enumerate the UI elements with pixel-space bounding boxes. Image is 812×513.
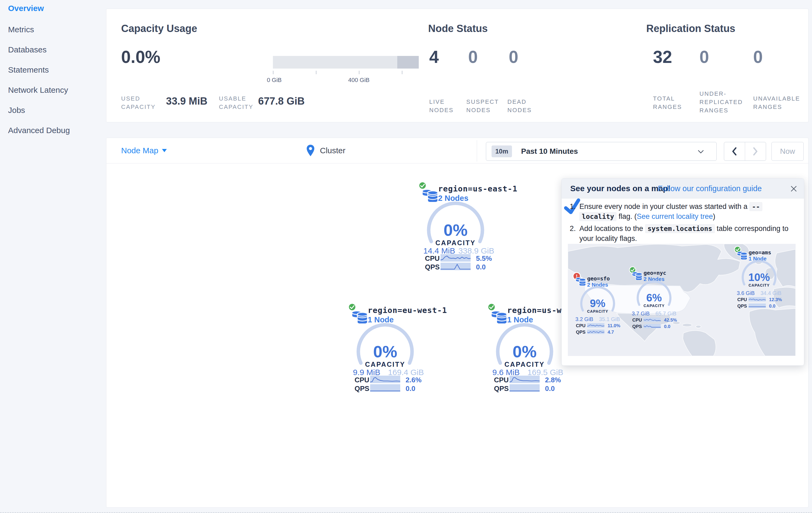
caret-down-icon — [162, 149, 167, 152]
time-step-forward-button[interactable] — [745, 142, 766, 161]
now-button[interactable]: Now — [772, 142, 804, 161]
qps-value: 0.0 — [406, 384, 415, 393]
configuration-guide-link[interactable]: Follow our configuration guide — [658, 184, 762, 193]
capacity-gauge-label: CAPACITY — [495, 360, 554, 368]
region-name: region=us-east-1 — [438, 184, 517, 193]
time-range-dropdown[interactable]: 10m Past 10 Minutes — [486, 142, 717, 161]
region-total-capacity: 34.4 GiB — [760, 290, 781, 296]
breadcrumb-cluster-label: Cluster — [320, 146, 345, 155]
popover-title: See your nodes on a map! — [570, 184, 670, 193]
step-number: 1. — [570, 201, 579, 221]
sidebar-item-jobs[interactable]: Jobs — [8, 106, 25, 115]
qps-label: QPS — [737, 303, 747, 309]
db-console-overview-page: Overview Metrics Databases Statements Ne… — [0, 0, 812, 513]
capacity-gauge-percent: 6% — [636, 292, 672, 304]
capacity-gauge-percent: 9% — [580, 297, 616, 309]
replication-status-title: Replication Status — [646, 23, 735, 34]
region-name: region=eu-west-1 — [368, 306, 447, 315]
breadcrumb[interactable]: Cluster — [306, 144, 345, 157]
close-icon[interactable] — [790, 185, 798, 192]
live-nodes-label: LIVE NODES — [429, 98, 461, 114]
database-stack-icon — [737, 250, 748, 260]
sidebar-item-network-latency[interactable]: Network Latency — [8, 85, 68, 94]
capacity-bar-nonusable-segment — [397, 56, 419, 69]
region-group-us-east-1: region=us-east-1 2 Nodes 0% CAPACITY 14.… — [418, 181, 498, 272]
capacity-gauge-percent: 0% — [426, 220, 485, 240]
setup-step-2: 2. Add locations to the system.locations… — [570, 224, 794, 244]
sidebar-item-statements[interactable]: Statements — [8, 65, 49, 75]
step-text: Ensure every node in your cluster was st… — [579, 202, 749, 211]
region-used-capacity: 3.2 GiB — [575, 316, 593, 322]
total-ranges-label: TOTAL RANGES — [653, 94, 685, 111]
qps-value: 0.0 — [769, 303, 776, 309]
capacity-gauge-label: CAPACITY — [356, 360, 415, 368]
toolbar-divider — [477, 140, 477, 162]
locality-flag-code: locality — [579, 212, 616, 221]
qps-sparkline — [510, 384, 540, 392]
region-group-eu-west-1: region=eu-west-1 1 Node 0% CAPACITY 9.9 … — [348, 302, 428, 394]
used-capacity-value: 33.9 MiB — [166, 96, 207, 107]
cpu-value: 42.5% — [664, 318, 677, 323]
capacity-gauge-label: CAPACITY — [426, 239, 485, 247]
qps-value: 0.0 — [545, 384, 555, 393]
live-nodes-count: 4 — [429, 47, 439, 67]
locality-flag-code: -- — [749, 202, 762, 211]
view-selector-dropdown[interactable]: Node Map — [121, 146, 167, 155]
system-locations-code: system.locations — [645, 224, 715, 233]
time-step-buttons — [724, 142, 766, 161]
view-selector-label: Node Map — [121, 146, 158, 155]
unavailable-ranges-label: UNAVAILABLE RANGES — [753, 94, 799, 111]
capacity-gauge-label: CAPACITY — [741, 283, 777, 288]
cpu-value: 5.5% — [476, 254, 492, 263]
database-stack-icon — [422, 187, 438, 202]
sidebar-item-advanced-debug[interactable]: Advanced Debug — [8, 126, 70, 135]
region-total-capacity: 65.7 GiB — [656, 310, 676, 317]
example-node-map-image: ! geo=sfo 2 Nodes 9% CAPACITY 3.2 GiB 35… — [568, 244, 795, 356]
region-total-capacity: 35.1 GiB — [599, 316, 620, 322]
database-stack-icon — [351, 308, 368, 323]
time-range-value: Past 10 Minutes — [521, 147, 578, 156]
cpu-sparkline — [510, 376, 540, 383]
sidebar: Overview Metrics Databases Statements Ne… — [0, 0, 106, 513]
setup-steps: 1. Ensure every node in your cluster was… — [570, 201, 794, 246]
cpu-label: CPU — [737, 297, 747, 302]
qps-value: 0.0 — [476, 263, 486, 271]
popover-header: See your nodes on a map! Follow our conf… — [562, 179, 804, 198]
chevron-right-icon — [753, 147, 758, 156]
database-stack-icon — [632, 270, 642, 280]
sidebar-item-databases[interactable]: Databases — [8, 45, 47, 54]
cluster-summary-panel: Capacity Usage 0.0% 0 GiB 400 GiB USED C… — [106, 8, 809, 122]
node-map-setup-popover: See your nodes on a map! Follow our conf… — [561, 178, 804, 366]
qps-label: QPS — [576, 330, 586, 335]
sidebar-item-metrics[interactable]: Metrics — [8, 25, 34, 34]
region-used-capacity: 3.7 GiB — [632, 310, 650, 317]
cpu-value: 2.6% — [406, 376, 422, 384]
qps-sparkline — [644, 324, 661, 328]
capacity-gauge-percent: 0% — [495, 342, 554, 361]
capacity-gauge-percent: 10% — [741, 271, 777, 284]
sidebar-item-overview[interactable]: Overview — [8, 4, 44, 13]
used-capacity-label: USED CAPACITY — [121, 94, 160, 111]
under-replicated-ranges-count: 0 — [699, 47, 709, 67]
axis-tick — [359, 71, 359, 74]
time-step-back-button[interactable] — [724, 142, 745, 161]
map-region-geo-nyc: geo=nyc 2 Nodes 6% CAPACITY 3.7 GiB 65.7… — [631, 268, 677, 330]
qps-label: QPS — [425, 263, 440, 271]
node-status-title: Node Status — [428, 23, 488, 34]
under-replicated-ranges-label: UNDER-REPLICATED RANGES — [699, 89, 743, 114]
capacity-gauge-label: CAPACITY — [580, 309, 616, 314]
qps-label: QPS — [354, 384, 369, 393]
axis-tick — [316, 71, 316, 74]
cpu-sparkline — [644, 318, 661, 322]
cpu-label: CPU — [632, 318, 642, 323]
chevron-down-icon — [698, 150, 704, 154]
map-toolbar: Node Map Cluster 10m Past 10 Minutes — [106, 138, 808, 163]
locality-tree-link[interactable]: See current locality tree — [637, 212, 713, 220]
total-ranges-count: 32 — [653, 47, 672, 67]
cpu-label: CPU — [494, 376, 509, 384]
capacity-bar — [273, 56, 419, 69]
qps-sparkline — [440, 263, 471, 270]
unavailable-ranges-count: 0 — [753, 47, 763, 67]
step-text: Add locations to the — [579, 224, 645, 233]
qps-sparkline — [749, 303, 766, 308]
